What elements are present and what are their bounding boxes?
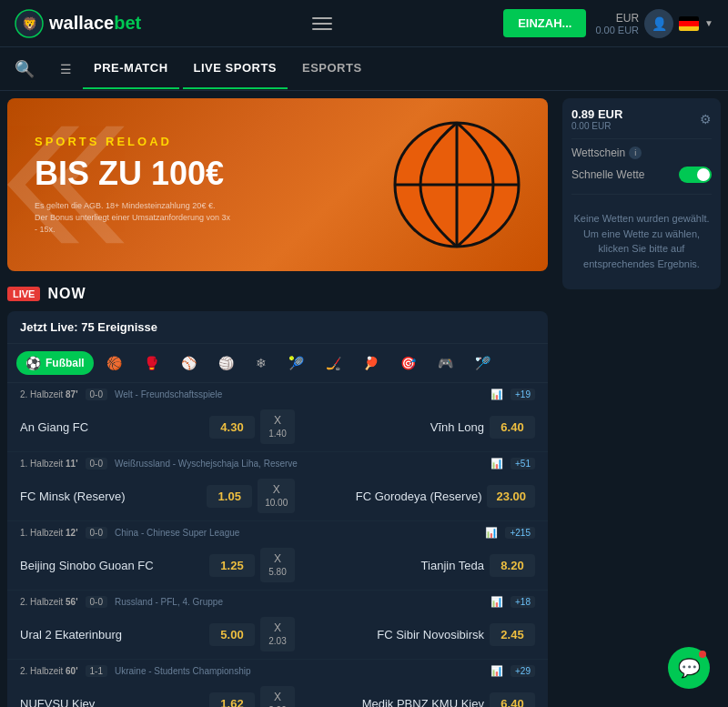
match-score: 0-0 (86, 527, 107, 539)
schnelle-wette-toggle[interactable] (679, 167, 712, 183)
user-avatar[interactable]: 👤 (644, 9, 673, 38)
wettschein-info-icon[interactable]: i (629, 146, 642, 159)
bet-settings-icon[interactable]: ⚙ (700, 112, 712, 126)
odds-draw-button[interactable]: X5.80 (260, 548, 295, 582)
odds-home-button[interactable]: 4.30 (209, 416, 255, 439)
match-meta: 2. Halbzeit 87' 0-0 Welt - Freundschafts… (7, 383, 548, 404)
team-away: Tianjin Teda (300, 559, 484, 572)
tabletennis-icon: 🏓 (363, 356, 379, 370)
match-row: Beijing Sinobo Guoan FC 1.25 X5.80 Tianj… (7, 542, 548, 590)
logo-icon: 🦁 (15, 9, 44, 38)
header: 🦁 wallacebet EINZAH... EUR 0.00 EUR 👤 ▼ (0, 0, 728, 47)
match-group: 2. Halbzeit 60' 1-1 Ukraine - Students C… (7, 660, 548, 707)
match-score: 0-0 (86, 458, 107, 470)
odds-draw-button[interactable]: X1.40 (260, 409, 295, 444)
bet-balance-sub: 0.00 EUR (571, 121, 622, 131)
wettschein-label: Wettschein (571, 146, 625, 159)
logo: 🦁 wallacebet (15, 9, 141, 38)
team-away: Vĩnh Long (300, 420, 484, 434)
match-league: China - Chinese Super League (115, 528, 239, 538)
promo-banner[interactable]: SPORTS RELOAD BIS ZU 100€ Es gelten die … (7, 98, 548, 271)
team-away: FC Gorodeya (Reserve) (300, 490, 481, 503)
odds-away-button[interactable]: 2.45 (490, 623, 535, 646)
match-half: 2. Halbzeit 87' (20, 389, 78, 399)
user-balance: EUR 0.00 EUR 👤 ▼ (595, 9, 713, 38)
nav-bar: 🔍 ☰ PRE-MATCH LIVE SPORTS ESPORTS (0, 47, 728, 91)
more-odds-badge[interactable]: +19 (511, 389, 535, 400)
match-row: FC Minsk (Reserve) 1.05 X10.00 FC Gorode… (7, 473, 548, 520)
match-group: 1. Halbzeit 11' 0-0 Weißrussland - Wysch… (7, 452, 548, 521)
sport-tabs: ⚽ Fußball 🏀 🥊 ⚾ 🏐 (7, 344, 548, 383)
events-header: Jetzt Live: 75 Ereignisse (7, 311, 548, 344)
flag-de-icon[interactable] (679, 16, 699, 31)
match-row: NUFVSU Kiev 1.62 X3.00 Medik PBNZ KMU Ki… (7, 681, 548, 707)
odds-home-button[interactable]: 1.62 (209, 692, 255, 708)
odds-draw-button[interactable]: X3.00 (260, 686, 295, 707)
match-half: 1. Halbzeit 11' (20, 459, 78, 469)
sport-tab-tennis[interactable]: 🎾 (279, 351, 313, 375)
match-group: 1. Halbzeit 12' 0-0 China - Chinese Supe… (7, 521, 548, 591)
match-meta: 1. Halbzeit 12' 0-0 China - Chinese Supe… (7, 521, 548, 542)
odds-away-button[interactable]: 8.20 (490, 554, 535, 577)
banner-text: SPORTS RELOAD BIS ZU 100€ Es gelten die … (7, 116, 262, 253)
flag-dropdown-icon[interactable]: ▼ (704, 18, 713, 28)
chat-notification-dot (699, 651, 706, 658)
sport-tab-esport[interactable]: 🎮 (429, 351, 462, 375)
sport-tab-football[interactable]: ⚽ Fußball (16, 351, 94, 375)
more-odds-badge[interactable]: +29 (511, 665, 535, 677)
match-league: Weißrussland - Wyschejschaja Liha, Reser… (115, 459, 298, 469)
match-league: Russland - PFL, 4. Gruppe (115, 597, 223, 607)
svg-text:🦁: 🦁 (22, 16, 38, 32)
more-odds-badge[interactable]: +18 (511, 596, 535, 608)
sport-tab-baseball[interactable]: ⚾ (172, 351, 206, 375)
bet-balance-amount: 0.89 EUR (571, 107, 622, 121)
sport-tab-dart[interactable]: 🎯 (391, 351, 425, 375)
chat-fab[interactable]: 💬 (668, 647, 710, 689)
odds-home-button[interactable]: 5.00 (209, 623, 255, 646)
stats-icon: 📊 (490, 596, 503, 608)
nav-item-live-sports[interactable]: LIVE SPORTS (183, 48, 288, 89)
match-league: Welt - Freundschaftsspiele (115, 389, 222, 399)
sport-tab-winter[interactable]: ❄ (247, 351, 276, 375)
stats-icon: 📊 (490, 665, 503, 677)
more-odds-badge[interactable]: +51 (511, 458, 535, 470)
header-right: EINZAH... EUR 0.00 EUR 👤 ▼ (503, 9, 713, 38)
events-count: Jetzt Live: 75 Ereignisse (20, 320, 157, 334)
football-icon: ⚽ (25, 356, 41, 370)
dart-icon: 🎯 (400, 356, 416, 370)
odds-draw-button[interactable]: X2.03 (260, 617, 295, 651)
stats-icon: 📊 (490, 389, 503, 400)
search-button[interactable]: 🔍 (15, 52, 46, 86)
odds-away-button[interactable]: 23.00 (487, 485, 535, 508)
more-odds-badge[interactable]: +215 (505, 527, 535, 539)
nav-item-pre-match[interactable]: PRE-MATCH (83, 48, 179, 89)
nav-item-esports[interactable]: ESPORTS (291, 48, 373, 89)
match-meta: 2. Halbzeit 56' 0-0 Russland - PFL, 4. G… (7, 591, 548, 611)
bet-empty-text: Keine Wetten wurden gewählt. Um eine Wet… (571, 202, 712, 280)
sport-tab-boxing[interactable]: 🥊 (135, 351, 168, 375)
odds-home-button[interactable]: 1.25 (209, 554, 255, 577)
divider-1 (571, 138, 712, 139)
deposit-button[interactable]: EINZAH... (503, 9, 586, 37)
bet-balance-row: 0.89 EUR 0.00 EUR ⚙ (571, 107, 712, 131)
live-section: LIVE NOW Jetzt Live: 75 Ereignisse ⚽ Fuß… (0, 278, 555, 707)
sport-tab-hockey[interactable]: 🏒 (317, 351, 350, 375)
wettschein-row: Wettschein i (571, 146, 712, 159)
team-home: NUFVSU Kiev (20, 697, 204, 708)
list-icon-button[interactable]: ☰ (53, 55, 79, 84)
sport-tab-badminton[interactable]: 🏸 (466, 351, 500, 375)
odds-home-button[interactable]: 1.05 (207, 485, 252, 508)
balance-currency: EUR (595, 12, 639, 25)
odds-away-button[interactable]: 6.40 (490, 416, 535, 439)
sport-tab-tabletennis[interactable]: 🏓 (354, 351, 388, 375)
hamburger-menu[interactable] (305, 10, 339, 37)
match-league: Ukraine - Students Championship (115, 666, 251, 676)
odds-draw-button[interactable]: X10.00 (258, 479, 295, 513)
team-home: FC Minsk (Reserve) (20, 490, 201, 503)
winter-icon: ❄ (256, 356, 267, 370)
baseball-icon: ⚾ (181, 356, 197, 370)
odds-away-button[interactable]: 6.40 (490, 692, 535, 708)
sport-tab-volleyball[interactable]: 🏐 (209, 351, 243, 375)
sport-tab-basketball[interactable]: 🏀 (97, 351, 131, 375)
esport-icon: 🎮 (438, 356, 453, 370)
